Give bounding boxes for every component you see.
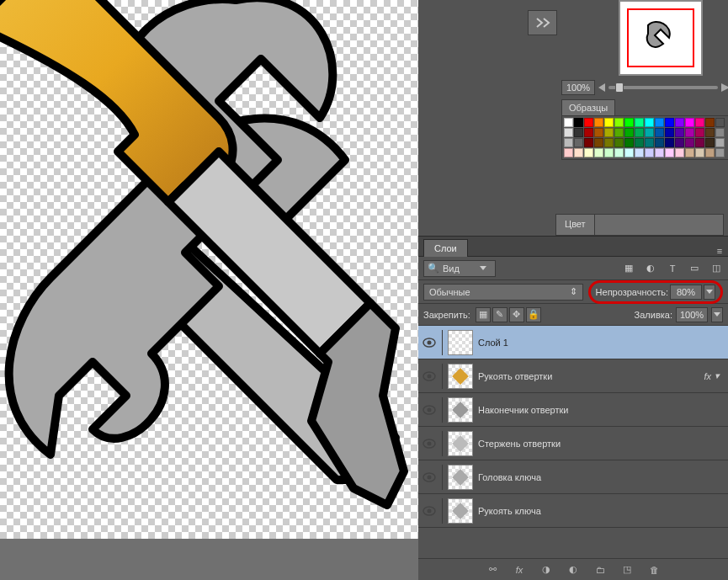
zoom-out-icon[interactable] xyxy=(598,83,605,92)
swatch[interactable] xyxy=(624,118,634,127)
fill-dropdown[interactable] xyxy=(711,307,723,322)
swatch[interactable] xyxy=(685,118,694,127)
color-tab[interactable]: Цвет xyxy=(556,215,595,235)
lock-pixels-icon[interactable]: ✎ xyxy=(492,307,507,322)
layer-filter-kind[interactable]: 🔍 xyxy=(423,260,496,277)
swatch[interactable] xyxy=(594,148,603,157)
layer-fx-indicator[interactable]: fx ▾ xyxy=(704,370,725,381)
swatch[interactable] xyxy=(685,138,694,147)
layer-thumbnail[interactable] xyxy=(448,397,473,423)
filter-pixel-icon[interactable]: ▦ xyxy=(622,262,635,275)
visibility-toggle[interactable] xyxy=(422,503,437,519)
swatch[interactable] xyxy=(645,128,654,137)
swatch[interactable] xyxy=(604,138,614,147)
swatch[interactable] xyxy=(675,128,684,137)
visibility-toggle[interactable] xyxy=(422,402,437,418)
filter-adjustment-icon[interactable]: ◐ xyxy=(644,262,657,275)
swatch[interactable] xyxy=(665,118,674,127)
layer-row[interactable]: Стержень отвертки xyxy=(418,427,728,460)
swatch[interactable] xyxy=(675,138,684,147)
layers-tab[interactable]: Слои xyxy=(423,239,468,257)
swatch[interactable] xyxy=(614,118,624,127)
swatch[interactable] xyxy=(705,128,715,137)
swatch[interactable] xyxy=(584,138,593,147)
layer-name[interactable]: Рукоять отвертки xyxy=(478,371,552,381)
swatches-tab[interactable]: Образцы xyxy=(561,99,615,115)
swatch[interactable] xyxy=(604,148,614,157)
swatch[interactable] xyxy=(584,118,593,127)
adjustment-layer-icon[interactable]: ◐ xyxy=(566,562,581,577)
layer-name[interactable]: Наконечник отвертки xyxy=(478,405,568,415)
swatch[interactable] xyxy=(655,138,664,147)
swatch[interactable] xyxy=(665,128,674,137)
swatch[interactable] xyxy=(624,128,634,137)
lock-transparency-icon[interactable]: ▦ xyxy=(476,307,491,322)
swatch[interactable] xyxy=(685,128,694,137)
panel-collapse-button[interactable] xyxy=(528,10,557,35)
zoom-slider-thumb[interactable] xyxy=(615,82,624,93)
fill-input[interactable] xyxy=(676,307,708,322)
swatch[interactable] xyxy=(705,118,715,127)
layer-thumbnail[interactable] xyxy=(448,465,473,490)
visibility-toggle[interactable] xyxy=(422,335,437,350)
visibility-toggle[interactable] xyxy=(422,369,437,384)
swatch[interactable] xyxy=(715,118,725,127)
zoom-slider[interactable] xyxy=(608,86,718,89)
swatch[interactable] xyxy=(695,138,704,147)
swatch[interactable] xyxy=(624,138,634,147)
layer-row[interactable]: Наконечник отвертки xyxy=(418,393,728,427)
new-layer-icon[interactable]: ◳ xyxy=(619,562,635,577)
swatch[interactable] xyxy=(564,138,573,147)
swatch[interactable] xyxy=(604,118,614,127)
swatch[interactable] xyxy=(574,118,583,127)
canvas-artwork[interactable] xyxy=(0,0,418,539)
layer-fx-icon[interactable]: fx xyxy=(512,562,527,577)
opacity-dropdown[interactable] xyxy=(704,285,715,300)
panel-menu-icon[interactable]: ≡ xyxy=(711,246,728,256)
filter-type-icon[interactable]: T xyxy=(666,262,679,275)
swatch[interactable] xyxy=(655,148,664,157)
layer-name[interactable]: Рукоять ключа xyxy=(478,506,541,516)
swatch[interactable] xyxy=(705,148,715,157)
swatch[interactable] xyxy=(594,128,603,137)
lock-all-icon[interactable]: 🔒 xyxy=(526,307,541,322)
filter-smart-icon[interactable]: ◫ xyxy=(709,262,723,275)
layer-name[interactable]: Стержень отвертки xyxy=(478,439,561,449)
swatch[interactable] xyxy=(715,128,725,137)
swatch[interactable] xyxy=(574,148,583,157)
swatch[interactable] xyxy=(675,118,684,127)
swatch[interactable] xyxy=(574,128,583,137)
layer-thumbnail[interactable] xyxy=(448,330,473,355)
swatch[interactable] xyxy=(695,148,704,157)
delete-layer-icon[interactable]: 🗑 xyxy=(646,562,662,577)
swatch[interactable] xyxy=(645,148,654,157)
swatch[interactable] xyxy=(584,148,593,157)
swatch[interactable] xyxy=(645,118,654,127)
layer-name[interactable]: Головка ключа xyxy=(478,472,541,482)
swatch[interactable] xyxy=(584,128,593,137)
layer-thumbnail[interactable] xyxy=(448,498,473,524)
swatch[interactable] xyxy=(614,138,624,147)
swatch[interactable] xyxy=(624,148,634,157)
swatch[interactable] xyxy=(665,148,674,157)
swatch[interactable] xyxy=(574,138,583,147)
swatch[interactable] xyxy=(635,118,644,127)
swatch[interactable] xyxy=(655,128,664,137)
visibility-toggle[interactable] xyxy=(422,470,437,485)
layer-row[interactable]: Рукоять отверткиfx ▾ xyxy=(418,359,728,393)
swatch[interactable] xyxy=(594,118,603,127)
layer-row[interactable]: Головка ключа xyxy=(418,460,728,494)
swatch[interactable] xyxy=(695,128,704,137)
swatch[interactable] xyxy=(604,128,614,137)
swatch[interactable] xyxy=(635,148,644,157)
navigator-preview[interactable] xyxy=(619,0,703,76)
layer-thumbnail[interactable] xyxy=(448,431,473,456)
swatch[interactable] xyxy=(695,118,704,127)
zoom-in-icon[interactable] xyxy=(721,83,728,92)
zoom-input[interactable] xyxy=(561,80,595,95)
swatch[interactable] xyxy=(594,138,603,147)
swatch[interactable] xyxy=(645,138,654,147)
swatch[interactable] xyxy=(564,118,573,127)
swatch[interactable] xyxy=(635,138,644,147)
layer-filter-input[interactable] xyxy=(443,263,476,274)
